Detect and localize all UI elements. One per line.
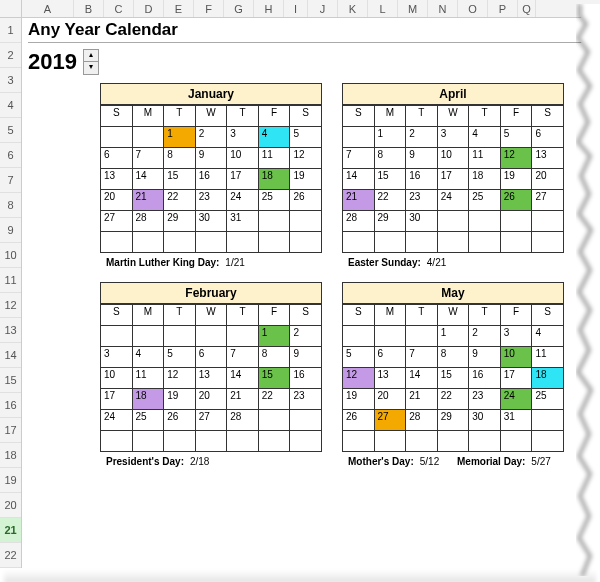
day-cell[interactable]: [132, 232, 164, 253]
day-cell[interactable]: [290, 232, 322, 253]
day-cell[interactable]: [258, 431, 290, 452]
day-cell[interactable]: 19: [164, 389, 196, 410]
day-cell[interactable]: [437, 232, 469, 253]
day-cell[interactable]: [500, 431, 532, 452]
day-cell[interactable]: 9: [195, 148, 227, 169]
day-cell[interactable]: 3: [227, 127, 259, 148]
day-cell[interactable]: [195, 232, 227, 253]
day-cell[interactable]: 23: [469, 389, 501, 410]
row-header[interactable]: 16: [0, 393, 21, 418]
column-header[interactable]: B: [74, 0, 104, 17]
day-cell[interactable]: [532, 232, 564, 253]
day-cell[interactable]: 22: [374, 190, 406, 211]
day-cell[interactable]: 3: [437, 127, 469, 148]
day-cell[interactable]: 21: [406, 389, 438, 410]
column-header[interactable]: H: [254, 0, 284, 17]
day-cell[interactable]: 25: [258, 190, 290, 211]
day-cell[interactable]: [343, 232, 375, 253]
column-header[interactable]: K: [338, 0, 368, 17]
day-cell[interactable]: 14: [227, 368, 259, 389]
day-cell[interactable]: 3: [500, 326, 532, 347]
day-cell[interactable]: 26: [343, 410, 375, 431]
day-cell[interactable]: 31: [500, 410, 532, 431]
day-cell[interactable]: 1: [258, 326, 290, 347]
day-cell[interactable]: 16: [406, 169, 438, 190]
day-cell[interactable]: [227, 431, 259, 452]
day-cell[interactable]: [343, 431, 375, 452]
day-cell[interactable]: 12: [343, 368, 375, 389]
day-cell[interactable]: 2: [195, 127, 227, 148]
day-cell[interactable]: [101, 326, 133, 347]
day-cell[interactable]: [258, 232, 290, 253]
day-cell[interactable]: 13: [101, 169, 133, 190]
day-cell[interactable]: [227, 326, 259, 347]
day-cell[interactable]: 3: [101, 347, 133, 368]
day-cell[interactable]: 9: [406, 148, 438, 169]
day-cell[interactable]: 7: [406, 347, 438, 368]
row-header[interactable]: 4: [0, 93, 21, 118]
day-cell[interactable]: [406, 431, 438, 452]
row-header[interactable]: 14: [0, 343, 21, 368]
row-header[interactable]: 1: [0, 18, 21, 43]
day-cell[interactable]: 12: [290, 148, 322, 169]
day-cell[interactable]: 11: [132, 368, 164, 389]
column-header[interactable]: A: [22, 0, 74, 17]
row-header[interactable]: 17: [0, 418, 21, 443]
row-header[interactable]: 10: [0, 243, 21, 268]
day-cell[interactable]: 7: [132, 148, 164, 169]
day-cell[interactable]: 19: [290, 169, 322, 190]
row-header[interactable]: 15: [0, 368, 21, 393]
day-cell[interactable]: [258, 410, 290, 431]
day-cell[interactable]: 2: [406, 127, 438, 148]
day-cell[interactable]: 12: [164, 368, 196, 389]
day-cell[interactable]: 4: [132, 347, 164, 368]
day-cell[interactable]: 23: [290, 389, 322, 410]
spinner-up-button[interactable]: ▴: [84, 50, 98, 62]
day-cell[interactable]: 19: [343, 389, 375, 410]
day-cell[interactable]: 2: [469, 326, 501, 347]
day-cell[interactable]: [532, 431, 564, 452]
day-cell[interactable]: 8: [437, 347, 469, 368]
day-cell[interactable]: [164, 326, 196, 347]
day-cell[interactable]: [101, 232, 133, 253]
day-cell[interactable]: 22: [164, 190, 196, 211]
day-cell[interactable]: 20: [195, 389, 227, 410]
day-cell[interactable]: 27: [101, 211, 133, 232]
day-cell[interactable]: 27: [374, 410, 406, 431]
day-cell[interactable]: 6: [532, 127, 564, 148]
day-cell[interactable]: 26: [164, 410, 196, 431]
day-cell[interactable]: 4: [532, 326, 564, 347]
day-cell[interactable]: 22: [437, 389, 469, 410]
day-cell[interactable]: [343, 127, 375, 148]
day-cell[interactable]: [258, 211, 290, 232]
day-cell[interactable]: 6: [195, 347, 227, 368]
day-cell[interactable]: 18: [469, 169, 501, 190]
row-header[interactable]: 2: [0, 43, 21, 68]
column-header[interactable]: E: [164, 0, 194, 17]
column-header[interactable]: F: [194, 0, 224, 17]
day-cell[interactable]: 29: [437, 410, 469, 431]
day-cell[interactable]: 24: [437, 190, 469, 211]
day-cell[interactable]: 25: [532, 389, 564, 410]
day-cell[interactable]: 10: [500, 347, 532, 368]
day-cell[interactable]: 15: [258, 368, 290, 389]
day-cell[interactable]: 30: [195, 211, 227, 232]
day-cell[interactable]: 20: [101, 190, 133, 211]
day-cell[interactable]: 17: [227, 169, 259, 190]
day-cell[interactable]: 28: [132, 211, 164, 232]
day-cell[interactable]: 14: [132, 169, 164, 190]
day-cell[interactable]: [101, 127, 133, 148]
column-header[interactable]: D: [134, 0, 164, 17]
day-cell[interactable]: [437, 211, 469, 232]
day-cell[interactable]: 18: [258, 169, 290, 190]
day-cell[interactable]: 28: [227, 410, 259, 431]
day-cell[interactable]: [195, 431, 227, 452]
day-cell[interactable]: 25: [132, 410, 164, 431]
day-cell[interactable]: 7: [227, 347, 259, 368]
day-cell[interactable]: [437, 431, 469, 452]
day-cell[interactable]: 2: [290, 326, 322, 347]
day-cell[interactable]: 5: [343, 347, 375, 368]
row-header[interactable]: 6: [0, 143, 21, 168]
day-cell[interactable]: [500, 232, 532, 253]
day-cell[interactable]: [532, 211, 564, 232]
